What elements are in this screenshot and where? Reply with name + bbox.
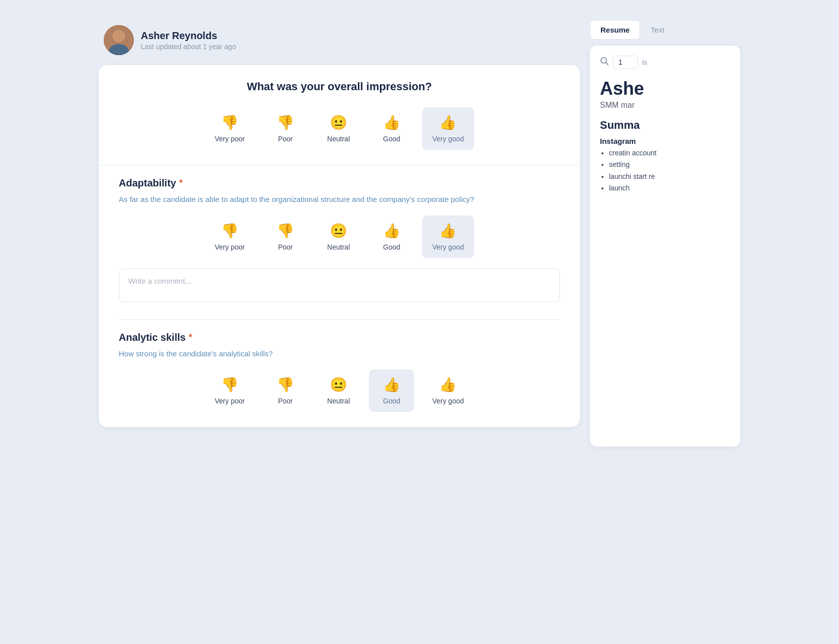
analytic-rating-poor[interactable]: 👎 Poor <box>263 369 308 412</box>
rating-label: Very good <box>432 397 464 405</box>
tab-resume[interactable]: Resume <box>590 20 640 40</box>
neutral-face-icon: 😐 <box>330 376 347 393</box>
adaptability-header: Adaptability * As far as the candidate i… <box>99 165 580 205</box>
neutral-face-icon: 😐 <box>330 223 347 239</box>
adaptability-ratings: 👎 Very poor 👎 Poor 😐 Neutral <box>119 216 560 258</box>
thumbs-down-icon: 👎 <box>221 223 239 239</box>
analytic-skills-header: Analytic skills * How strong is the cand… <box>99 320 580 360</box>
rating-label: Very poor <box>215 135 245 143</box>
rating-very-good[interactable]: 👍 Very good <box>422 107 474 150</box>
rating-label: Poor <box>278 243 293 251</box>
search-suffix: is <box>642 58 647 66</box>
adaptability-rating-neutral[interactable]: 😐 Neutral <box>316 216 361 258</box>
adaptability-comment-input[interactable] <box>119 268 560 302</box>
rating-label: Good <box>383 243 400 251</box>
profile-name: Asher Reynolds <box>141 30 236 42</box>
rating-label: Poor <box>278 135 293 143</box>
neutral-face-icon: 😐 <box>330 114 347 131</box>
search-icon <box>600 57 609 68</box>
rating-label: Very good <box>432 135 464 143</box>
analytic-rating-neutral[interactable]: 😐 Neutral <box>316 369 361 412</box>
adaptability-rating-poor[interactable]: 👎 Poor <box>263 216 308 258</box>
rating-label: Neutral <box>327 243 350 251</box>
rating-label: Very good <box>432 243 464 251</box>
overall-impression-title: What was your overall impression? <box>119 80 560 93</box>
rating-label: Very poor <box>215 243 245 251</box>
thumbs-up-icon: 👍 <box>439 223 457 239</box>
list-item: launchi start re <box>609 172 730 182</box>
thumbs-up-icon: 👍 <box>383 114 400 131</box>
analytic-skills-description: How strong is the candidate's analytical… <box>119 348 560 360</box>
resume-instagram-label: Instagram <box>600 137 730 145</box>
list-item: launch <box>609 183 730 193</box>
resume-summary-title: Summa <box>600 119 730 132</box>
adaptability-rating-good[interactable]: 👍 Good <box>369 216 414 258</box>
rating-label: Poor <box>278 397 293 405</box>
thumbs-up-icon: 👍 <box>383 376 400 393</box>
thumbs-down-icon: 👎 <box>277 114 294 131</box>
avatar <box>104 25 134 55</box>
rating-label: Very poor <box>215 397 245 405</box>
rating-good[interactable]: 👍 Good <box>369 107 414 150</box>
resume-panel: is Ashe SMM mar Summa Instagram creatin … <box>590 46 740 447</box>
analytic-skills-section: Analytic skills * How strong is the cand… <box>99 320 580 427</box>
rating-label: Good <box>383 397 400 405</box>
profile-updated: Last updated about 1 year ago <box>141 43 236 51</box>
thumbs-down-icon: 👎 <box>277 223 294 239</box>
analytic-skills-title: Analytic skills * <box>119 332 560 343</box>
profile-header: Asher Reynolds Last updated about 1 year… <box>99 20 580 65</box>
rating-label: Good <box>383 135 400 143</box>
required-indicator: * <box>179 178 182 188</box>
adaptability-content: 👎 Very poor 👎 Poor 😐 Neutral <box>99 205 580 319</box>
thumbs-down-icon: 👎 <box>221 114 239 131</box>
thumbs-up-icon: 👍 <box>383 223 400 239</box>
adaptability-description: As far as the candidate is able to adapt… <box>119 194 560 205</box>
thumbs-up-icon: 👍 <box>439 114 457 131</box>
analytic-skills-ratings: 👎 Very poor 👎 Poor 😐 Neutral <box>119 369 560 412</box>
analytic-rating-very-poor[interactable]: 👎 Very poor <box>205 369 255 412</box>
rating-very-poor[interactable]: 👎 Very poor <box>205 107 255 150</box>
rating-label: Neutral <box>327 135 350 143</box>
analytic-rating-good[interactable]: 👍 Good <box>369 369 414 412</box>
adaptability-section: Adaptability * As far as the candidate i… <box>99 165 580 319</box>
svg-point-3 <box>113 31 124 42</box>
thumbs-down-icon: 👎 <box>221 376 239 393</box>
adaptability-rating-very-poor[interactable]: 👎 Very poor <box>205 216 255 258</box>
rating-label: Neutral <box>327 397 350 405</box>
analytic-skills-content: 👎 Very poor 👎 Poor 😐 Neutral <box>99 359 580 427</box>
tab-text[interactable]: Text <box>640 20 675 40</box>
list-item: setting <box>609 160 730 170</box>
resume-search-bar: is <box>600 56 730 69</box>
adaptability-rating-very-good[interactable]: 👍 Very good <box>422 216 474 258</box>
profile-info: Asher Reynolds Last updated about 1 year… <box>141 30 236 51</box>
overall-impression-ratings: 👎 Very poor 👎 Poor 😐 Neutral <box>119 107 560 150</box>
thumbs-up-icon: 👍 <box>439 376 457 393</box>
analytic-rating-very-good[interactable]: 👍 Very good <box>422 369 474 412</box>
right-panel: Resume Text is Ashe SMM mar Summa Instag… <box>590 20 740 447</box>
tab-bar: Resume Text <box>590 20 740 40</box>
thumbs-down-icon: 👎 <box>277 376 294 393</box>
rating-poor[interactable]: 👎 Poor <box>263 107 308 150</box>
review-card: What was your overall impression? 👎 Very… <box>99 65 580 427</box>
svg-line-5 <box>606 62 608 65</box>
overall-impression-section: What was your overall impression? 👎 Very… <box>99 65 580 165</box>
resume-candidate-name: Ashe <box>600 79 730 99</box>
search-input[interactable] <box>613 56 638 69</box>
adaptability-title: Adaptability * <box>119 177 560 189</box>
resume-bullet-list: creatin account setting launchi start re… <box>600 148 730 193</box>
resume-candidate-role: SMM mar <box>600 101 730 110</box>
rating-neutral[interactable]: 😐 Neutral <box>316 107 361 150</box>
list-item: creatin account <box>609 148 730 158</box>
required-indicator: * <box>188 332 192 343</box>
